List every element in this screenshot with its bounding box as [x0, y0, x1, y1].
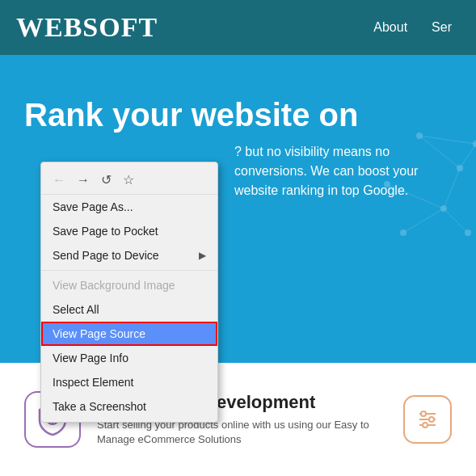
menu-item-label-view-page-source: View Page Source	[53, 327, 145, 340]
menu-item-label-view-page-info: View Page Info	[53, 352, 128, 364]
menu-item-select-all[interactable]: Select All	[41, 297, 217, 322]
menu-item-label-view-background-image: View Background Image	[53, 279, 175, 292]
reload-button[interactable]: ↺	[101, 172, 112, 187]
menu-divider-3	[41, 270, 217, 271]
svg-line-8	[444, 168, 460, 209]
svg-line-10	[403, 209, 444, 233]
svg-point-21	[423, 423, 428, 428]
nav-about[interactable]: About	[373, 20, 407, 35]
context-menu: ← → ↺ ☆ Save Page As...Save Page to Pock…	[40, 162, 218, 423]
menu-item-inspect-element[interactable]: Inspect Element	[41, 370, 217, 394]
ecommerce-sliders-icon	[403, 395, 452, 444]
nav-services-partial[interactable]: Ser	[432, 20, 452, 35]
bookmark-button[interactable]: ☆	[123, 172, 134, 187]
submenu-arrow-send-page-to-device: ▶	[199, 250, 206, 261]
back-button[interactable]: ←	[53, 173, 65, 187]
menu-item-view-page-source[interactable]: View Page Source	[41, 322, 217, 346]
menu-item-label-select-all: Select All	[53, 303, 99, 316]
menu-item-send-page-to-device[interactable]: Send Page to Device▶	[41, 243, 217, 267]
menu-item-label-take-screenshot: Take a Screenshot	[53, 400, 146, 413]
svg-line-11	[444, 209, 468, 233]
menu-item-save-page-as[interactable]: Save Page As...	[41, 195, 217, 219]
site-header: WEBSOFT About Ser	[0, 0, 476, 55]
menu-item-label-send-page-to-device: Send Page to Device	[53, 249, 159, 262]
svg-point-20	[429, 417, 434, 422]
menu-item-view-page-info[interactable]: View Page Info	[41, 346, 217, 370]
network-decoration	[339, 103, 476, 265]
svg-point-19	[421, 411, 426, 416]
menu-item-save-to-pocket[interactable]: Save Page to Pocket	[41, 219, 217, 243]
svg-line-13	[460, 144, 476, 168]
context-menu-nav-row: ← → ↺ ☆	[41, 166, 217, 195]
menu-item-label-save-to-pocket: Save Page to Pocket	[53, 225, 158, 238]
logo-text: WEBSOFT	[16, 12, 158, 42]
website-background: WEBSOFT About Ser Rank your website on ?…	[0, 0, 476, 476]
menu-item-label-inspect-element: Inspect Element	[53, 376, 133, 389]
menu-item-view-background-image: View Background Image	[41, 273, 217, 297]
site-logo: WEBSOFT	[16, 12, 158, 43]
menu-item-take-screenshot[interactable]: Take a Screenshot	[41, 394, 217, 419]
menu-item-label-save-page-as: Save Page As...	[53, 200, 133, 213]
context-menu-items: Save Page As...Save Page to PocketSend P…	[41, 195, 217, 419]
svg-line-9	[387, 184, 444, 209]
site-nav: About Ser	[373, 20, 452, 35]
forward-button[interactable]: →	[77, 173, 90, 187]
